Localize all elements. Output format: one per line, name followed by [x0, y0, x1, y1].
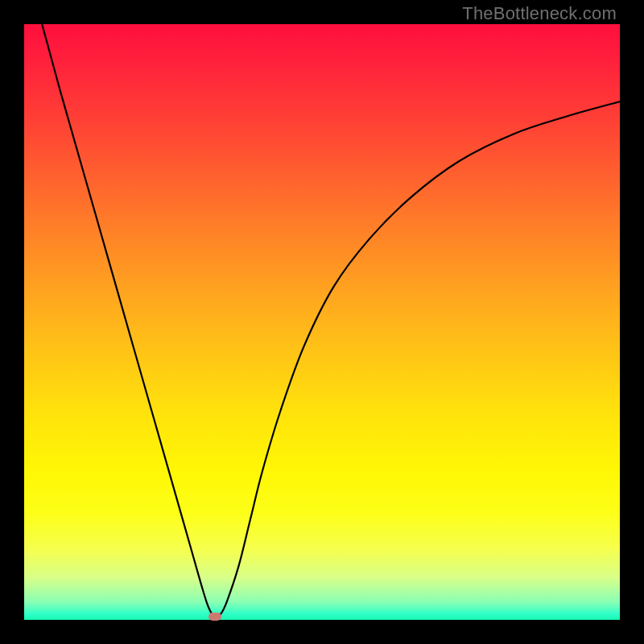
bottleneck-curve: [24, 24, 620, 620]
plot-area: [24, 24, 620, 620]
watermark-text: TheBottleneck.com: [462, 3, 617, 24]
curve-minimum-marker: [208, 613, 221, 621]
chart-frame: TheBottleneck.com: [0, 0, 644, 644]
